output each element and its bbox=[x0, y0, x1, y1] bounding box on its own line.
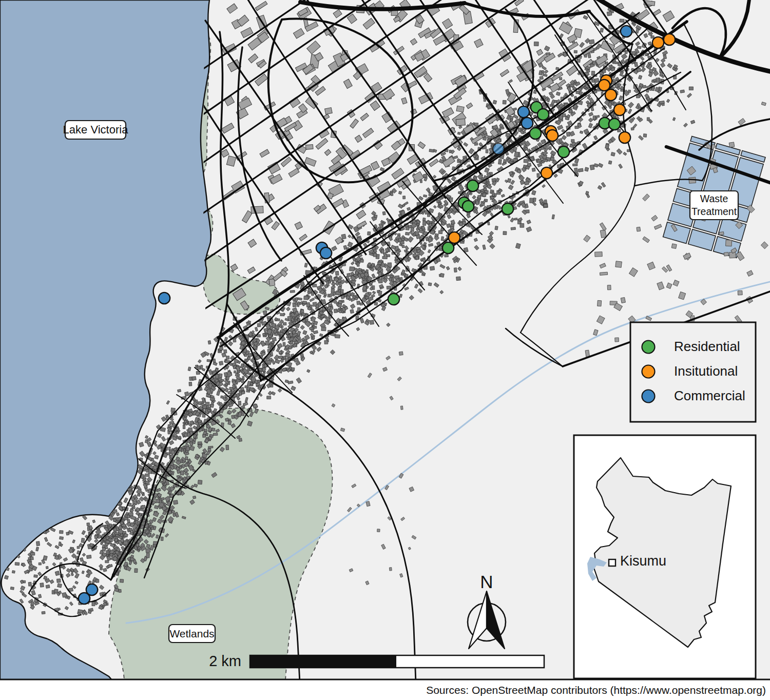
building bbox=[110, 553, 113, 556]
inset-map-kenya: Kisumu bbox=[574, 435, 756, 678]
building bbox=[60, 536, 64, 539]
building bbox=[550, 157, 554, 161]
building bbox=[81, 538, 85, 543]
building bbox=[533, 198, 536, 201]
building bbox=[636, 95, 640, 98]
building bbox=[335, 271, 339, 275]
building bbox=[400, 406, 403, 410]
building bbox=[560, 77, 562, 80]
building bbox=[360, 259, 364, 262]
building bbox=[549, 146, 551, 150]
building bbox=[350, 267, 355, 271]
building bbox=[325, 108, 333, 114]
building bbox=[392, 277, 394, 281]
building bbox=[615, 338, 619, 342]
building bbox=[42, 611, 45, 614]
building bbox=[585, 167, 589, 171]
building bbox=[524, 181, 529, 185]
building bbox=[189, 382, 192, 386]
commercial-swatch-icon bbox=[642, 390, 655, 403]
building bbox=[228, 420, 232, 424]
building bbox=[280, 314, 284, 316]
building bbox=[207, 359, 211, 362]
building bbox=[62, 592, 67, 597]
building bbox=[520, 223, 524, 227]
building bbox=[77, 546, 80, 549]
building bbox=[459, 222, 463, 226]
building bbox=[430, 266, 434, 270]
waste-treatment-label-line2: Treatment bbox=[691, 206, 737, 217]
building bbox=[146, 549, 150, 553]
building bbox=[174, 500, 178, 504]
building bbox=[524, 159, 528, 163]
legend-label-residential: Residential bbox=[674, 339, 740, 354]
building bbox=[615, 261, 622, 268]
building bbox=[141, 505, 145, 509]
building bbox=[591, 80, 595, 83]
building bbox=[34, 575, 38, 578]
building bbox=[267, 396, 271, 399]
building bbox=[146, 553, 149, 558]
sample-site-marker-residential bbox=[388, 294, 399, 305]
building bbox=[402, 245, 405, 248]
building bbox=[279, 356, 283, 359]
building bbox=[427, 221, 430, 224]
building bbox=[628, 90, 631, 92]
building bbox=[329, 277, 332, 281]
building bbox=[590, 165, 594, 170]
building bbox=[440, 273, 444, 277]
building bbox=[283, 342, 285, 346]
sample-site-marker-commercial bbox=[493, 143, 504, 154]
building bbox=[46, 585, 50, 588]
building bbox=[428, 283, 432, 286]
building bbox=[168, 424, 170, 427]
building bbox=[302, 301, 306, 304]
sample-site-marker-commercial bbox=[320, 247, 332, 259]
building bbox=[457, 132, 460, 134]
building bbox=[291, 367, 295, 371]
building bbox=[386, 248, 389, 252]
building bbox=[161, 537, 163, 540]
building bbox=[381, 249, 384, 253]
building bbox=[495, 226, 498, 230]
building bbox=[600, 230, 606, 238]
building bbox=[184, 392, 189, 396]
sample-site-marker-residential bbox=[558, 146, 569, 158]
building bbox=[532, 168, 535, 171]
building bbox=[200, 365, 203, 369]
map-figure: Lake Victoria Waste Treatment Wetlands R… bbox=[0, 0, 770, 700]
building bbox=[136, 543, 139, 547]
building bbox=[129, 528, 132, 531]
sample-site-marker-insitutional bbox=[614, 104, 625, 115]
building bbox=[441, 237, 444, 241]
building bbox=[28, 582, 31, 586]
building bbox=[608, 103, 611, 106]
building bbox=[534, 42, 538, 46]
building bbox=[331, 288, 335, 293]
building bbox=[224, 349, 227, 353]
building bbox=[15, 562, 20, 566]
building bbox=[312, 284, 317, 287]
sample-site-marker-residential bbox=[463, 201, 474, 212]
building bbox=[306, 302, 310, 307]
building bbox=[595, 252, 603, 257]
building bbox=[456, 106, 464, 112]
building bbox=[233, 339, 236, 342]
building bbox=[569, 109, 572, 113]
building bbox=[374, 249, 377, 252]
building bbox=[168, 447, 170, 450]
building bbox=[377, 262, 381, 265]
building bbox=[643, 134, 647, 138]
building bbox=[239, 438, 242, 442]
building bbox=[488, 222, 490, 225]
building bbox=[78, 609, 83, 613]
building bbox=[208, 448, 211, 451]
building bbox=[241, 341, 245, 345]
building bbox=[399, 352, 403, 356]
building bbox=[188, 427, 192, 432]
building bbox=[620, 19, 624, 22]
sample-site-marker-residential bbox=[530, 128, 541, 139]
building bbox=[391, 192, 393, 196]
building bbox=[632, 51, 636, 55]
building bbox=[60, 531, 63, 534]
